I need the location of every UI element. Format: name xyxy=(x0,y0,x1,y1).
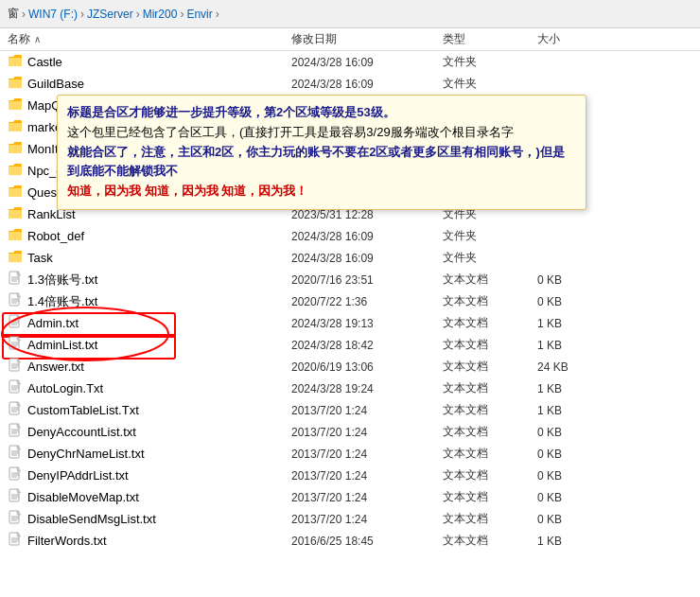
file-name: Answer.txt xyxy=(8,358,291,376)
file-row[interactable]: CustomTableList.Txt 2013/7/20 1:24 文本文档 … xyxy=(0,399,700,421)
col-size[interactable]: 大小 xyxy=(537,31,613,47)
popup-line1: 标题是合区才能够进一步提升等级，第2个区域等级是53级。 xyxy=(67,103,576,123)
folder-row[interactable]: GuildBase 2024/3/28 16:09 文件夹 xyxy=(0,73,700,95)
file-type: 文本文档 xyxy=(443,272,537,288)
file-row[interactable]: DisableSendMsgList.txt 2013/7/20 1:24 文本… xyxy=(0,508,700,530)
col-type[interactable]: 类型 xyxy=(443,31,537,47)
file-date: 2013/7/20 1:24 xyxy=(291,469,443,483)
file-size: 0 KB xyxy=(537,273,613,287)
folder-name: Castle xyxy=(8,53,291,71)
file-icon xyxy=(8,532,23,550)
popup-line4: 知道，因为我 知道，因为我 知道，因为我！ xyxy=(67,182,576,202)
svg-rect-11 xyxy=(9,167,22,175)
file-date: 2024/3/28 19:24 xyxy=(291,382,443,395)
file-row[interactable]: DenyIPAddrList.txt 2013/7/20 1:24 文本文档 0… xyxy=(0,465,700,486)
breadcrumb-bar[interactable]: 窗 › WIN7 (F:) › JZServer › Mir200 › Envi… xyxy=(0,0,700,28)
folder-type: 文件夹 xyxy=(443,228,537,244)
popup-overlay: 标题是合区才能够进一步提升等级，第2个区域等级是53级。 这个包里已经包含了合区… xyxy=(57,95,586,210)
col-date[interactable]: 修改日期 xyxy=(291,31,443,47)
breadcrumb-window: 窗 xyxy=(8,6,19,22)
file-size: 0 KB xyxy=(537,469,613,483)
file-row[interactable]: AdminList.txt 2024/3/28 18:42 文本文档 1 KB xyxy=(0,334,700,356)
breadcrumb-envir[interactable]: Envir xyxy=(186,8,212,21)
folder-name: GuildBase xyxy=(8,75,291,93)
file-icon xyxy=(8,445,23,463)
file-size: 1 KB xyxy=(537,404,613,417)
folder-row[interactable]: Castle 2024/3/28 16:09 文件夹 xyxy=(0,51,700,73)
popup-line3: 就能合区了，注意，主区和2区，你主力玩的账号不要在2区或者更多区里有相同账号，)… xyxy=(67,143,576,183)
file-row[interactable]: 1.3倍账号.txt 2020/7/16 23:51 文本文档 0 KB xyxy=(0,269,700,290)
file-date: 2013/7/20 1:24 xyxy=(291,448,443,461)
svg-rect-9 xyxy=(9,145,22,153)
file-date: 2013/7/20 1:24 xyxy=(291,426,443,439)
file-date: 2024/3/28 18:42 xyxy=(291,339,443,352)
file-type: 文本文档 xyxy=(443,511,537,527)
folder-date: 2024/3/28 16:09 xyxy=(291,56,443,69)
file-name: DisableMoveMap.txt xyxy=(8,488,291,506)
folder-row[interactable]: Robot_def 2024/3/28 16:09 文件夹 xyxy=(0,225,700,247)
svg-rect-5 xyxy=(9,101,22,110)
file-icon xyxy=(8,510,23,528)
file-row[interactable]: 1.4倍账号.txt 2020/7/22 1:36 文本文档 0 KB xyxy=(0,290,700,312)
file-name: DisableSendMsgList.txt xyxy=(8,510,291,528)
folder-name: Task xyxy=(8,249,291,267)
file-icon xyxy=(8,488,23,506)
file-type: 文本文档 xyxy=(443,359,537,375)
file-icon xyxy=(8,314,23,332)
file-size: 1 KB xyxy=(537,339,613,352)
breadcrumb-mir200[interactable]: Mir200 xyxy=(143,8,178,21)
file-type: 文本文档 xyxy=(443,337,537,353)
file-row[interactable]: Answer.txt 2020/6/19 13:06 文本文档 24 KB xyxy=(0,356,700,378)
col-name[interactable]: 名称 ∧ xyxy=(8,31,291,47)
file-size: 1 KB xyxy=(537,382,613,395)
file-row[interactable]: DenyAccountList.txt 2013/7/20 1:24 文本文档 … xyxy=(0,421,700,443)
folder-icon xyxy=(8,75,23,93)
breadcrumb-win7[interactable]: WIN7 (F:) xyxy=(28,8,78,21)
file-row[interactable]: AutoLogin.Txt 2024/3/28 19:24 文本文档 1 KB xyxy=(0,378,700,399)
file-row[interactable]: DenyChrNameList.txt 2013/7/20 1:24 文本文档 … xyxy=(0,443,700,465)
file-name: AutoLogin.Txt xyxy=(8,379,291,397)
folder-icon xyxy=(8,162,23,180)
file-icon xyxy=(8,401,23,419)
file-name: 1.3倍账号.txt xyxy=(8,271,291,289)
file-type: 文本文档 xyxy=(443,446,537,462)
file-icon xyxy=(8,336,23,354)
folder-icon xyxy=(8,249,23,267)
file-name: DenyChrNameList.txt xyxy=(8,445,291,463)
folder-date: 2024/3/28 16:09 xyxy=(291,78,443,91)
file-icon xyxy=(8,466,23,484)
svg-rect-15 xyxy=(9,210,22,219)
file-date: 2020/7/16 23:51 xyxy=(291,273,443,287)
file-type: 文本文档 xyxy=(443,489,537,505)
file-date: 2024/3/28 19:13 xyxy=(291,317,443,330)
file-date: 2020/7/22 1:36 xyxy=(291,295,443,308)
file-type: 文本文档 xyxy=(443,424,537,440)
svg-rect-7 xyxy=(9,123,22,132)
file-icon xyxy=(8,358,23,376)
file-size: 0 KB xyxy=(537,448,613,461)
breadcrumb-jzserver[interactable]: JZServer xyxy=(87,8,133,21)
file-row[interactable]: DisableMoveMap.txt 2013/7/20 1:24 文本文档 0… xyxy=(0,486,700,508)
file-name: 1.4倍账号.txt xyxy=(8,292,291,310)
file-name: DenyIPAddrList.txt xyxy=(8,466,291,484)
folder-type: 文件夹 xyxy=(443,76,537,92)
folder-row[interactable]: Task 2024/3/28 16:09 文件夹 xyxy=(0,247,700,269)
file-row[interactable]: Admin.txt 2024/3/28 19:13 文本文档 1 KB xyxy=(0,312,700,334)
file-date: 2016/6/25 18:45 xyxy=(291,535,443,548)
sort-arrow-name: ∧ xyxy=(34,34,41,44)
file-size: 0 KB xyxy=(537,513,613,526)
file-icon xyxy=(8,423,23,441)
folder-icon xyxy=(8,140,23,158)
folder-icon xyxy=(8,97,23,114)
file-size: 0 KB xyxy=(537,426,613,439)
folder-type: 文件夹 xyxy=(443,54,537,70)
column-header: 名称 ∧ 修改日期 类型 大小 xyxy=(0,28,700,51)
svg-rect-19 xyxy=(9,254,22,262)
file-date: 2013/7/20 1:24 xyxy=(291,513,443,526)
file-row[interactable]: FilterWords.txt 2016/6/25 18:45 文本文档 1 K… xyxy=(0,530,700,552)
svg-rect-3 xyxy=(9,79,22,88)
folder-icon xyxy=(8,205,23,223)
file-name: FilterWords.txt xyxy=(8,532,291,550)
file-icon xyxy=(8,292,23,310)
file-name: DenyAccountList.txt xyxy=(8,423,291,441)
